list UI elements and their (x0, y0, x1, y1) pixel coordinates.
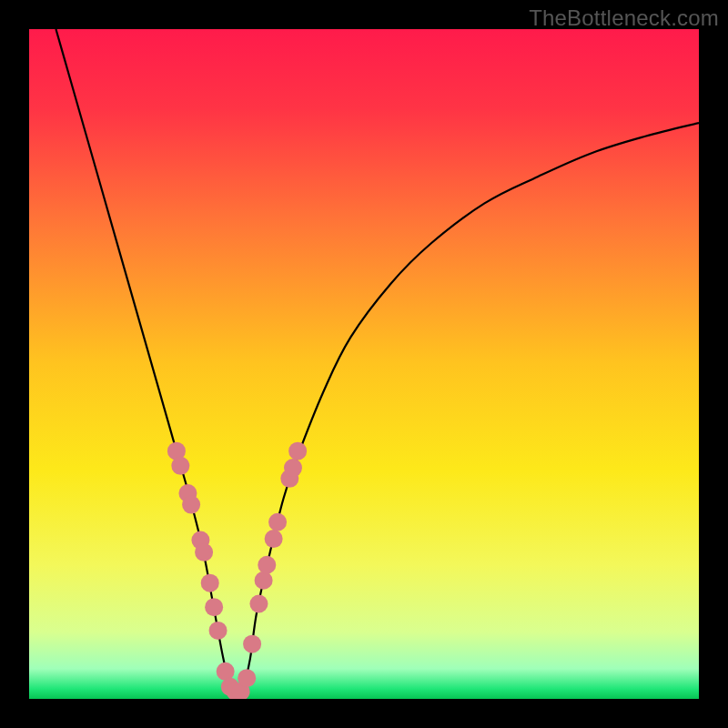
marker-point (258, 556, 276, 574)
marker-point (265, 530, 283, 548)
marker-point (217, 662, 235, 681)
marker-point (243, 635, 261, 653)
marker-point (201, 574, 219, 592)
marker-point (171, 457, 189, 475)
chart-frame (29, 29, 699, 699)
watermark-text: TheBottleneck.com (529, 5, 719, 31)
marker-point (255, 571, 273, 590)
plot-area (29, 29, 699, 699)
highlight-markers (167, 442, 307, 699)
marker-point (238, 669, 256, 687)
marker-point (268, 513, 287, 531)
marker-point (249, 594, 268, 612)
marker-point (284, 459, 302, 477)
marker-point (195, 543, 213, 561)
marker-point (209, 622, 228, 640)
marker-point (288, 442, 307, 460)
chart-svg (29, 29, 699, 699)
marker-point (182, 496, 200, 514)
marker-point (205, 598, 223, 616)
bottleneck-curve (56, 29, 699, 693)
